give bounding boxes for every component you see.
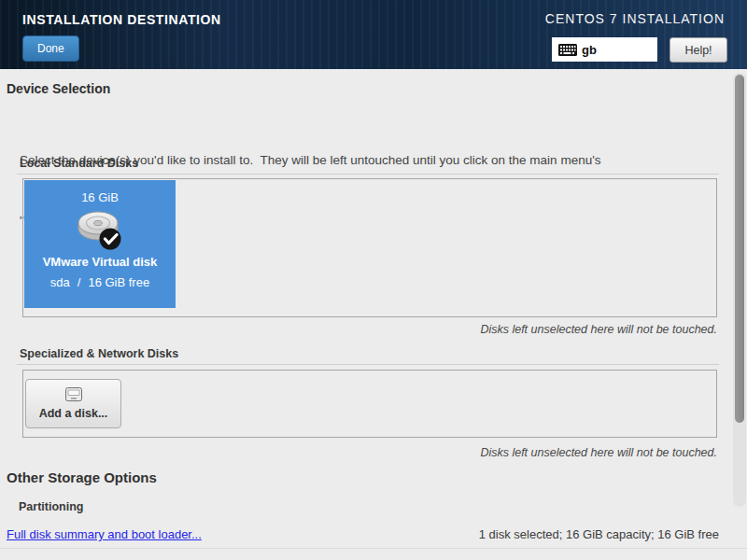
- add-disk-button[interactable]: Add a disk...: [25, 379, 121, 428]
- done-button[interactable]: Done: [22, 35, 79, 62]
- disk-name-label: VMware Virtual disk: [43, 255, 158, 269]
- full-disk-summary-link[interactable]: Full disk summary and boot loader...: [7, 527, 202, 541]
- unselected-disks-note-2: Disks left unselected here will not be t…: [480, 446, 717, 459]
- content-area: Device Selection Select the device(s) yo…: [0, 69, 747, 560]
- specialized-network-disks-heading: Specialized & Network Disks: [17, 347, 719, 365]
- disk-device: sda: [50, 275, 70, 289]
- keyboard-icon: [558, 44, 577, 56]
- vertical-scrollbar[interactable]: [733, 73, 746, 507]
- add-disk-label: Add a disk...: [39, 407, 108, 420]
- add-disk-icon: [65, 387, 82, 404]
- network-disks-frame: Add a disk...: [22, 370, 717, 438]
- page-title: INSTALLATION DESTINATION: [22, 12, 221, 27]
- other-storage-options-heading: Other Storage Options: [7, 469, 157, 485]
- local-disks-frame: 16 GiB VMware Virtual disk: [22, 178, 717, 317]
- product-title: CENTOS 7 INSTALLATION: [545, 11, 725, 26]
- disk-details-label: sda/16 GiB free: [50, 275, 149, 289]
- disk-free: 16 GiB free: [88, 275, 149, 289]
- keyboard-layout-button[interactable]: gb: [552, 37, 657, 62]
- partitioning-heading: Partitioning: [19, 500, 83, 513]
- selected-check-badge: [100, 229, 121, 250]
- disk-tile-sda[interactable]: 16 GiB VMware Virtual disk: [24, 180, 176, 308]
- selection-status-text: 1 disk selected; 16 GiB capacity; 16 GiB…: [479, 527, 719, 541]
- scrollbar-thumb[interactable]: [735, 75, 744, 423]
- disk-size-label: 16 GiB: [81, 190, 119, 204]
- unselected-disks-note-1: Disks left unselected here will not be t…: [480, 323, 717, 336]
- device-selection-heading: Device Selection: [7, 81, 110, 96]
- disk-separator: /: [78, 275, 81, 289]
- local-standard-disks-heading: Local Standard Disks: [17, 157, 719, 175]
- hard-disk-icon: [76, 209, 124, 252]
- top-bar: INSTALLATION DESTINATION CENTOS 7 INSTAL…: [0, 0, 747, 69]
- keyboard-layout-label: gb: [582, 43, 597, 57]
- help-button[interactable]: Help!: [669, 37, 727, 63]
- footer-divider: [0, 548, 747, 549]
